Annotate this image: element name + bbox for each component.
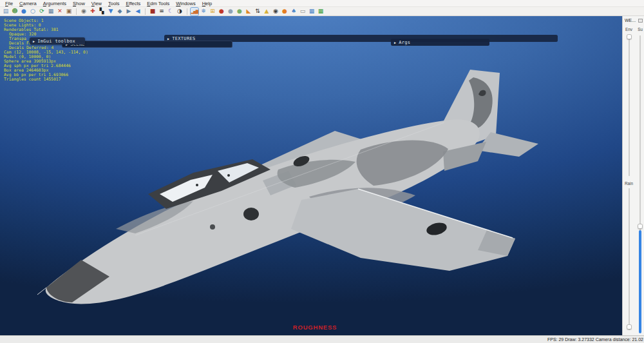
debug-overlay: Scene Objects: 1Scene Lights: 0Renderabl…: [4, 19, 88, 82]
sun-icon[interactable]: ●: [281, 8, 289, 15]
ramp-edit-icon[interactable]: ◣: [245, 8, 252, 15]
list-icon[interactable]: ≡: [158, 8, 166, 15]
user-icon[interactable]: ☻: [11, 8, 19, 15]
panel-header-imgui-toolbox[interactable]: ▶ ImGui toolbox: [30, 37, 85, 44]
collapse-arrow-icon: ▶: [167, 37, 169, 41]
slider-labels: Env Su: [625, 27, 643, 32]
application-window: FileCameraArgumentsShowViewToolsEffectsE…: [0, 0, 644, 343]
menu-item-view[interactable]: View: [88, 0, 105, 7]
menu-item-arguments[interactable]: Arguments: [40, 0, 70, 7]
status-text: FPS: 29 Draw: 3.27332 Camera distance: 2…: [547, 337, 643, 342]
panel-header-label: ImGui toolbox: [37, 39, 75, 44]
lamp-icon[interactable]: ▲: [263, 8, 270, 15]
sphere-green-icon[interactable]: ●: [236, 8, 243, 15]
aircraft-model: [0, 16, 622, 335]
menu-item-effects[interactable]: Effects: [123, 0, 144, 7]
panel-header-scene[interactable]: ▶ SCENE: [62, 41, 232, 48]
sphere-red-icon[interactable]: ●: [218, 8, 225, 15]
camera-icon[interactable]: ◉: [272, 8, 279, 15]
grid-large-icon[interactable]: ▦: [317, 8, 325, 15]
play-icon[interactable]: ▶: [125, 8, 133, 15]
env-label: Env: [625, 27, 632, 32]
collapse-arrow-icon: ▶: [33, 39, 35, 43]
screen-icon[interactable]: ▦: [47, 8, 55, 15]
rain-slider[interactable]: [629, 188, 630, 330]
sort-arrows-icon[interactable]: ⇅: [254, 8, 261, 15]
grid-small-icon[interactable]: ▦: [308, 8, 316, 15]
bar-chart-icon[interactable]: ▂▅▇: [191, 8, 198, 15]
sun-slider-fill: [639, 230, 641, 333]
menu-item-windows[interactable]: Windows: [173, 0, 198, 7]
roughness-label: ROUGHNESS: [0, 324, 622, 331]
toolbar-separator: [187, 8, 187, 15]
weather-panel-title: WE...: [625, 18, 636, 23]
arrow-left-icon[interactable]: ◀: [134, 8, 142, 15]
status-bar: FPS: 29 Draw: 3.27332 Camera distance: 2…: [0, 335, 644, 343]
menu-bar: FileCameraArgumentsShowViewToolsEffectsE…: [0, 0, 644, 7]
detach-icon[interactable]: [638, 19, 643, 23]
debug-line: Triangles count 1455017: [4, 77, 88, 82]
webcam-icon[interactable]: ◉: [80, 8, 88, 15]
panel-header-label: Args: [399, 40, 410, 45]
circle-outline-icon[interactable]: ○: [29, 8, 37, 15]
menu-item-camera[interactable]: Camera: [16, 0, 40, 7]
sphere-blue-icon[interactable]: ●: [20, 8, 28, 15]
env-slider[interactable]: [629, 35, 630, 176]
checker-icon[interactable]: ▚: [98, 8, 106, 15]
weather-panel: WE... Env Su Rain: [622, 16, 644, 335]
toolbar: ▤☻●○⟳▦✕▣◉✚▚▼◆▶◀■≡☾◑▂▅▇❄⊞●●●◣⇅▲◉●♠▭▦▦: [0, 7, 644, 16]
weather-panel-header: WE...: [625, 18, 643, 23]
refresh-icon[interactable]: ⟳: [38, 8, 46, 15]
toolbar-separator: [145, 8, 146, 15]
env-slider-handle[interactable]: [627, 34, 632, 39]
snowflake-icon[interactable]: ❄: [200, 8, 207, 15]
package-icon[interactable]: ▣: [65, 8, 73, 15]
rain-slider-handle[interactable]: [627, 324, 632, 329]
filter-icon[interactable]: ▼: [107, 8, 115, 15]
gizmo-icon[interactable]: ♠: [290, 8, 298, 15]
move-tool-icon[interactable]: ◆: [116, 8, 124, 15]
crosshair-icon[interactable]: ✚: [89, 8, 97, 15]
toolbar-separator: [76, 8, 77, 15]
copy-icon[interactable]: ⊞: [209, 8, 216, 15]
menu-item-show[interactable]: Show: [70, 0, 88, 7]
contrast-icon[interactable]: ◑: [176, 8, 184, 15]
stop-icon[interactable]: ■: [149, 8, 156, 15]
runner-icon[interactable]: ✕: [56, 8, 64, 15]
save-icon[interactable]: ▤: [2, 8, 10, 15]
sun-slider-handle[interactable]: [638, 224, 643, 229]
menu-item-help[interactable]: Help: [199, 0, 215, 7]
sun-label: Su: [638, 27, 643, 32]
rain-label: Rain: [625, 181, 633, 186]
collapse-arrow-icon: ▶: [394, 41, 396, 44]
menu-item-tools[interactable]: Tools: [105, 0, 123, 7]
panel-header-args[interactable]: ▶ Args: [391, 39, 489, 46]
viewport-3d[interactable]: Scene Objects: 1Scene Lights: 0Renderabl…: [0, 16, 622, 335]
menu-item-edm-tools[interactable]: Edm Tools: [144, 0, 173, 7]
moon-icon[interactable]: ☾: [167, 8, 175, 15]
sphere-gray-icon[interactable]: ●: [227, 8, 234, 15]
panel-icon[interactable]: ▭: [299, 8, 307, 15]
menu-item-file[interactable]: File: [2, 0, 16, 7]
